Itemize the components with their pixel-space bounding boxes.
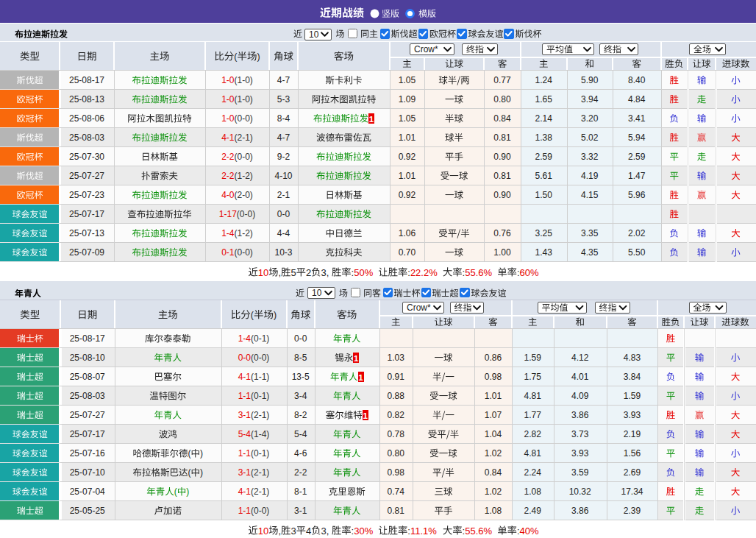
- svg-text:3: 3: [290, 525, 296, 537]
- svg-text:1-0: 1-0: [221, 113, 235, 124]
- svg-text:10: 10: [309, 29, 319, 40]
- svg-text:4-1: 4-1: [238, 486, 252, 497]
- svg-text:3.84: 3.84: [624, 372, 641, 382]
- svg-text:3-1: 3-1: [294, 506, 307, 516]
- svg-text:1.24: 1.24: [535, 75, 553, 85]
- svg-text:(0-0): (0-0): [237, 209, 255, 219]
- svg-text:1.65: 1.65: [535, 94, 553, 105]
- svg-text:25-08-03: 25-08-03: [69, 132, 104, 143]
- svg-text:1: 1: [369, 115, 374, 124]
- svg-text:25-08-13: 25-08-13: [69, 94, 104, 105]
- svg-text:1.47: 1.47: [628, 171, 646, 181]
- svg-text:0.90: 0.90: [493, 152, 511, 162]
- svg-text:25-07-10: 25-07-10: [70, 467, 105, 478]
- svg-text:4.81: 4.81: [524, 448, 542, 459]
- svg-text:5-4: 5-4: [238, 429, 252, 439]
- svg-text:1-0: 1-0: [221, 94, 235, 105]
- svg-text:3.25: 3.25: [535, 228, 553, 238]
- svg-text:1-1: 1-1: [238, 448, 252, 459]
- svg-text:0.92: 0.92: [399, 152, 416, 162]
- svg-text:60%: 60%: [520, 267, 539, 278]
- svg-text:4-6: 4-6: [294, 448, 307, 459]
- svg-text:0.74: 0.74: [388, 486, 405, 497]
- svg-text:(0-1): (0-1): [251, 448, 269, 459]
- svg-text:0.77: 0.77: [493, 75, 511, 85]
- svg-text:3.59: 3.59: [571, 467, 589, 478]
- svg-text:0.92: 0.92: [399, 190, 416, 200]
- svg-text:,: ,: [279, 525, 282, 537]
- svg-text:25-08-07: 25-08-07: [70, 372, 105, 382]
- svg-text:0.98: 0.98: [485, 372, 502, 382]
- svg-text:2-2: 2-2: [221, 171, 235, 181]
- svg-text:,: ,: [279, 267, 282, 278]
- svg-text:4-10: 4-10: [275, 171, 293, 181]
- svg-text:25-05-25: 25-05-25: [70, 506, 105, 516]
- svg-text:13-5: 13-5: [292, 372, 310, 382]
- svg-text:25-07-27: 25-07-27: [70, 410, 105, 420]
- svg-text:1-1: 1-1: [238, 391, 252, 401]
- svg-text:1-17: 1-17: [219, 209, 237, 219]
- svg-text:10: 10: [312, 288, 322, 298]
- svg-text:0.81: 0.81: [493, 171, 511, 181]
- svg-text:2.24: 2.24: [524, 467, 542, 478]
- svg-text:1.02: 1.02: [485, 448, 502, 459]
- svg-text:8-5: 8-5: [294, 353, 307, 363]
- svg-text:3.20: 3.20: [581, 113, 599, 124]
- svg-text:(0-1): (0-1): [251, 391, 269, 401]
- svg-text:4.83: 4.83: [624, 353, 641, 363]
- svg-text:2.82: 2.82: [524, 429, 542, 439]
- svg-text:8-4: 8-4: [277, 113, 290, 124]
- svg-text:3,: 3,: [321, 525, 329, 537]
- svg-text:(0-0): (0-0): [251, 353, 269, 363]
- svg-text:25-08-06: 25-08-06: [69, 113, 104, 124]
- svg-text:): ): [200, 467, 203, 478]
- svg-text:2.14: 2.14: [535, 113, 553, 124]
- svg-text:1.43: 1.43: [535, 247, 553, 258]
- svg-text:0.82: 0.82: [388, 410, 405, 420]
- svg-text:8.40: 8.40: [628, 75, 646, 85]
- svg-text:(0-0): (0-0): [251, 506, 269, 516]
- svg-text:4.09: 4.09: [571, 391, 589, 401]
- svg-text:0.70: 0.70: [399, 247, 416, 258]
- svg-text:25-08-17: 25-08-17: [70, 333, 105, 344]
- svg-text:(1-2): (1-2): [235, 228, 253, 238]
- svg-text:2-1: 2-1: [277, 190, 290, 200]
- svg-text:3.35: 3.35: [581, 228, 599, 238]
- svg-text:22.2%: 22.2%: [410, 267, 438, 278]
- svg-text:(: (: [234, 52, 238, 62]
- svg-text:25-08-10: 25-08-10: [70, 353, 105, 363]
- svg-text:(0-0): (0-0): [235, 113, 253, 124]
- svg-text:2.69: 2.69: [624, 467, 641, 478]
- svg-text:25-07-13: 25-07-13: [69, 228, 104, 238]
- svg-text:(0-0): (0-0): [235, 247, 253, 258]
- svg-text:(2-1): (2-1): [251, 410, 269, 420]
- svg-text:1.38: 1.38: [535, 132, 553, 143]
- svg-text:): ): [274, 310, 277, 320]
- svg-text:(2-1): (2-1): [251, 467, 269, 478]
- svg-text:0-1: 0-1: [221, 247, 235, 258]
- svg-text:1.59: 1.59: [624, 391, 641, 401]
- svg-text:25-08-03: 25-08-03: [70, 391, 105, 401]
- svg-text:1.02: 1.02: [485, 486, 502, 497]
- svg-text:3.94: 3.94: [581, 94, 599, 105]
- svg-text:1.56: 1.56: [624, 448, 641, 459]
- svg-text:4.19: 4.19: [581, 171, 599, 181]
- svg-text:(1-0): (1-0): [235, 94, 253, 105]
- svg-text:3-1: 3-1: [238, 410, 252, 420]
- svg-text:25-07-17: 25-07-17: [69, 209, 104, 219]
- svg-text:25-07-30: 25-07-30: [69, 152, 104, 162]
- svg-text:0.80: 0.80: [388, 448, 405, 459]
- svg-text:1.03: 1.03: [388, 353, 405, 363]
- svg-text:1.06: 1.06: [399, 228, 416, 238]
- svg-text:0.88: 0.88: [388, 391, 405, 401]
- svg-text:25-07-04: 25-07-04: [70, 486, 105, 497]
- svg-text:3.41: 3.41: [628, 113, 646, 124]
- svg-text:3.93: 3.93: [624, 410, 641, 420]
- svg-text:10-3: 10-3: [275, 247, 293, 258]
- svg-text:0-0: 0-0: [238, 353, 252, 363]
- svg-text:(1-1): (1-1): [251, 372, 269, 382]
- svg-text:1.07: 1.07: [485, 410, 502, 420]
- svg-text:55.6%: 55.6%: [465, 267, 492, 278]
- svg-text:3.93: 3.93: [571, 448, 589, 459]
- svg-text:1.08: 1.08: [524, 486, 542, 497]
